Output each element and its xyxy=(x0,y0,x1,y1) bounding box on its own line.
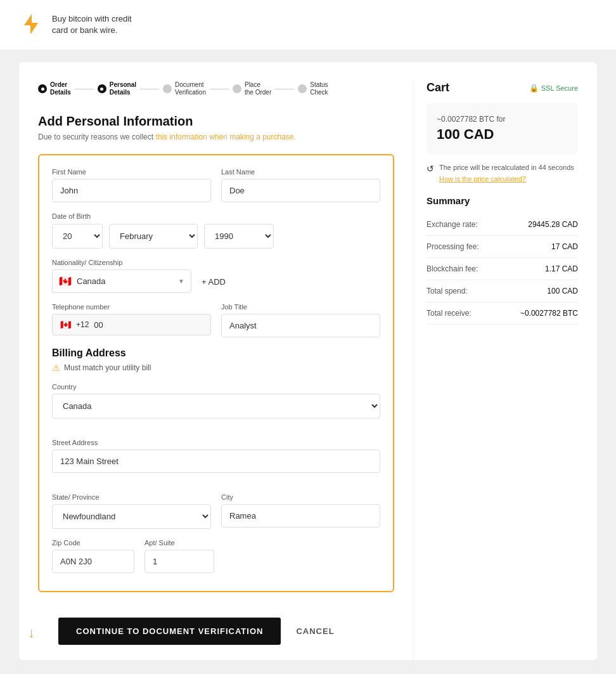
phone-group: Telephone number 🇨🇦 +12 00 xyxy=(52,303,211,337)
chevron-down-icon: ▼ xyxy=(178,278,184,285)
step-circle-5 xyxy=(298,84,307,93)
last-name-group: Last Name xyxy=(221,168,380,202)
cart-panel: Cart 🔒 SSL Secure ~0.0027782 BTC for 100… xyxy=(413,81,578,660)
step-label-1: OrderDetails xyxy=(50,81,71,96)
last-name-input[interactable] xyxy=(221,179,380,202)
btc-card: ~0.0027782 BTC for 100 CAD xyxy=(427,103,578,154)
nationality-value: Canada xyxy=(77,276,173,286)
step-circle-1 xyxy=(38,84,47,93)
street-input[interactable] xyxy=(52,450,380,473)
step-label-2: PersonalDetails xyxy=(110,81,136,96)
summary-row: Exchange rate:29445.28 CAD xyxy=(427,214,578,236)
warning-icon: ⚠ xyxy=(52,363,60,373)
zip-label: Zip Code xyxy=(52,539,134,547)
street-group: Street Address xyxy=(52,439,380,483)
header: Buy bitcoin with credit card or bank wir… xyxy=(0,0,616,49)
phone-number: 00 xyxy=(94,320,103,330)
country-label: Country xyxy=(52,383,380,391)
phone-label: Telephone number xyxy=(52,303,211,311)
name-row: First Name Last Name xyxy=(52,168,380,202)
spinner-icon: ↺ xyxy=(427,164,434,174)
recalc-link[interactable]: How is the price calculated? xyxy=(439,175,526,183)
arrow-icon: ↓ xyxy=(28,625,35,641)
first-name-input[interactable] xyxy=(52,179,211,202)
phone-input[interactable]: 🇨🇦 +12 00 xyxy=(52,314,211,335)
dob-year-select[interactable]: 1990 xyxy=(204,224,274,249)
recalc-text-block: The price will be recalculated in 44 sec… xyxy=(439,163,574,184)
billing-warning: ⚠ Must match your utility bill xyxy=(52,363,380,373)
step-document-verification: DocumentVerification xyxy=(163,81,206,96)
step-label-4: Placethe Order xyxy=(245,81,271,96)
zip-group: Zip Code xyxy=(52,539,134,573)
action-row: ↓ CONTINUE TO DOCUMENT VERIFICATION CANC… xyxy=(19,605,413,660)
job-title-group: Job Title xyxy=(221,303,380,337)
phone-flag-icon: 🇨🇦 xyxy=(60,320,71,330)
step-order-details: OrderDetails xyxy=(38,81,71,96)
country-select[interactable]: Canada xyxy=(52,394,380,418)
personal-info-form: First Name Last Name Date of Birth 20 Fe… xyxy=(38,154,394,592)
city-input[interactable] xyxy=(221,504,380,528)
billing-title: Billing Address xyxy=(52,347,380,359)
nationality-select[interactable]: 🇨🇦 Canada ▼ xyxy=(52,269,191,293)
step-label-3: DocumentVerification xyxy=(175,81,206,96)
state-city-row: State/ Province Newfoundland City xyxy=(52,493,380,529)
header-tagline: Buy bitcoin with credit card or bank wir… xyxy=(52,13,132,36)
recalc-text: The price will be recalculated in 44 sec… xyxy=(439,163,574,172)
nationality-group: Nationality/ Citizenship 🇨🇦 Canada ▼ xyxy=(52,259,191,293)
step-divider-4 xyxy=(275,89,294,89)
phone-code: +12 xyxy=(76,320,89,329)
stepper: OrderDetails PersonalDetails DocumentVer… xyxy=(38,81,394,96)
summary-row: Total receive:~0.0027782 BTC xyxy=(427,302,578,325)
step-divider-3 xyxy=(210,89,229,89)
city-group: City xyxy=(221,493,380,529)
zip-input[interactable] xyxy=(52,550,134,573)
apt-group: Apt/ Suite xyxy=(144,539,214,573)
step-status-check: StatusCheck xyxy=(298,81,328,96)
continue-button[interactable]: CONTINUE TO DOCUMENT VERIFICATION xyxy=(58,618,281,645)
step-circle-3 xyxy=(163,84,172,93)
apt-input[interactable] xyxy=(144,550,214,573)
apt-label: Apt/ Suite xyxy=(144,539,214,547)
nationality-row: Nationality/ Citizenship 🇨🇦 Canada ▼ + A… xyxy=(52,259,380,293)
lock-icon: 🔒 xyxy=(529,84,539,93)
recalc-row: ↺ The price will be recalculated in 44 s… xyxy=(427,163,578,184)
summary-row: Processing fee:17 CAD xyxy=(427,236,578,258)
section-title: Add Personal Information xyxy=(38,114,394,129)
step-circle-2 xyxy=(98,84,106,93)
zip-apt-row: Zip Code Apt/ Suite xyxy=(52,539,380,573)
step-personal-details: PersonalDetails xyxy=(98,81,136,96)
cancel-button[interactable]: CANCEL xyxy=(296,626,334,636)
main-container: OrderDetails PersonalDetails DocumentVer… xyxy=(19,62,597,660)
dob-label: Date of Birth xyxy=(52,212,380,220)
add-nationality-button[interactable]: + ADD xyxy=(202,271,226,293)
logo xyxy=(19,11,43,38)
left-panel: OrderDetails PersonalDetails DocumentVer… xyxy=(38,81,413,660)
btc-fiat-amount: 100 CAD xyxy=(437,126,568,143)
step-divider-2 xyxy=(140,89,159,89)
canada-flag-icon: 🇨🇦 xyxy=(59,275,72,287)
subtitle-link[interactable]: this information when making a purchase. xyxy=(155,133,295,141)
summary-row: Total spend:100 CAD xyxy=(427,280,578,302)
section-subtitle: Due to security reasons we collect this … xyxy=(38,133,394,141)
state-group: State/ Province Newfoundland xyxy=(52,493,211,529)
dob-month-select[interactable]: February xyxy=(109,224,198,249)
svg-marker-0 xyxy=(24,14,38,34)
btc-amount-label: ~0.0027782 BTC for xyxy=(437,115,568,124)
step-circle-4 xyxy=(233,84,241,93)
step-divider-1 xyxy=(75,89,94,89)
summary-table: Exchange rate:29445.28 CADProcessing fee… xyxy=(427,214,578,325)
first-name-label: First Name xyxy=(52,168,211,176)
step-place-order: Placethe Order xyxy=(233,81,271,96)
state-select[interactable]: Newfoundland xyxy=(52,504,211,529)
city-label: City xyxy=(221,493,380,501)
nationality-label: Nationality/ Citizenship xyxy=(52,259,191,266)
cart-title: Cart xyxy=(427,81,449,94)
dob-row: 20 February 1990 xyxy=(52,224,380,249)
job-title-input[interactable] xyxy=(221,314,380,337)
dob-day-select[interactable]: 20 xyxy=(52,224,103,249)
summary-row: Blockchain fee:1.17 CAD xyxy=(427,258,578,280)
billing-warning-text: Must match your utility bill xyxy=(64,363,151,372)
step-label-5: StatusCheck xyxy=(310,81,328,96)
street-label: Street Address xyxy=(52,439,380,446)
phone-job-row: Telephone number 🇨🇦 +12 00 Job Title xyxy=(52,303,380,337)
